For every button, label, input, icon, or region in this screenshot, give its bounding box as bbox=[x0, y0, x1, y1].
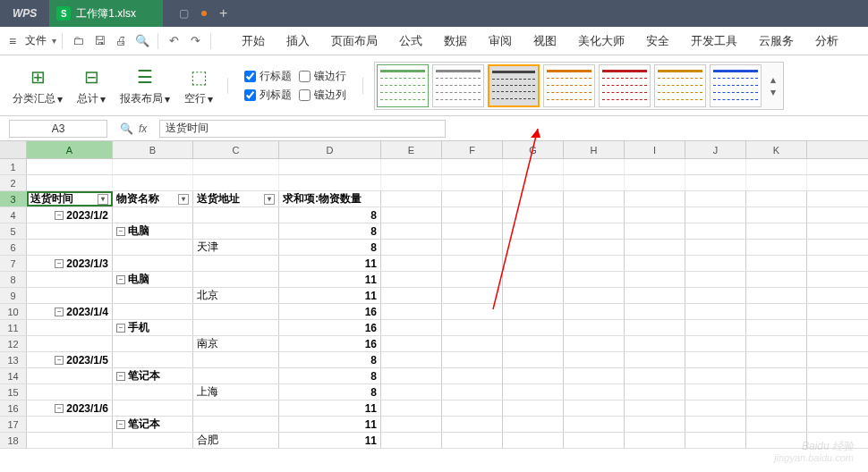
cell[interactable] bbox=[27, 159, 113, 174]
collapse-icon[interactable]: − bbox=[55, 308, 64, 316]
undo-icon[interactable]: ↶ bbox=[164, 31, 183, 51]
cell[interactable] bbox=[442, 417, 503, 432]
cell[interactable]: 8 bbox=[279, 240, 381, 255]
cell[interactable] bbox=[746, 352, 807, 367]
cell[interactable]: 11 bbox=[279, 400, 381, 416]
formula-input[interactable]: 送货时间 bbox=[159, 120, 446, 138]
cell[interactable] bbox=[27, 175, 113, 190]
row-header[interactable]: 4 bbox=[0, 207, 27, 223]
cell[interactable] bbox=[685, 191, 746, 206]
row-header[interactable]: 5 bbox=[0, 223, 27, 239]
cell[interactable] bbox=[503, 336, 564, 351]
cell[interactable] bbox=[685, 368, 746, 384]
tab-dev[interactable]: 开发工具 bbox=[680, 26, 748, 56]
collapse-icon[interactable]: − bbox=[116, 227, 125, 236]
cell[interactable] bbox=[746, 288, 807, 303]
tab-data[interactable]: 数据 bbox=[433, 26, 478, 56]
cell[interactable] bbox=[685, 207, 746, 223]
cell[interactable] bbox=[442, 304, 503, 319]
tab-review[interactable]: 审阅 bbox=[478, 26, 523, 56]
detach-icon[interactable]: ▢ bbox=[179, 7, 189, 20]
cell[interactable] bbox=[442, 159, 503, 174]
cell[interactable]: 11 bbox=[279, 288, 381, 303]
cell[interactable] bbox=[746, 223, 807, 239]
collapse-icon[interactable]: − bbox=[55, 404, 64, 413]
cell[interactable] bbox=[381, 240, 442, 255]
cell[interactable] bbox=[381, 191, 442, 206]
cell[interactable] bbox=[381, 272, 442, 287]
cell[interactable] bbox=[279, 159, 381, 174]
cell[interactable] bbox=[564, 207, 625, 223]
cell[interactable] bbox=[564, 272, 625, 287]
cell[interactable] bbox=[503, 256, 564, 271]
cell[interactable] bbox=[503, 288, 564, 303]
cell[interactable] bbox=[746, 336, 807, 351]
cell[interactable] bbox=[27, 288, 113, 303]
row-header[interactable]: 8 bbox=[0, 272, 27, 287]
row-header[interactable]: 6 bbox=[0, 240, 27, 255]
cell[interactable] bbox=[381, 433, 442, 448]
tab-start[interactable]: 开始 bbox=[231, 26, 276, 56]
cell[interactable] bbox=[27, 272, 113, 287]
collapse-icon[interactable]: − bbox=[116, 372, 125, 381]
collapse-icon[interactable]: − bbox=[116, 275, 125, 284]
check-col-band[interactable]: 镶边列 bbox=[299, 88, 346, 103]
cell[interactable]: 南京 bbox=[193, 336, 279, 351]
col-header-C[interactable]: C bbox=[193, 141, 279, 158]
check-row-header[interactable]: 行标题 bbox=[244, 69, 292, 84]
zoom-icon[interactable]: 🔍 bbox=[120, 122, 133, 135]
ribbon-group-blank[interactable]: ⬚ 空行▾ bbox=[181, 64, 217, 106]
cell[interactable] bbox=[685, 304, 746, 319]
cell[interactable] bbox=[625, 417, 685, 432]
col-header-J[interactable]: J bbox=[685, 141, 746, 158]
cell[interactable]: 8 bbox=[279, 207, 381, 223]
cell[interactable] bbox=[113, 256, 193, 271]
cell[interactable] bbox=[564, 417, 625, 432]
cell[interactable] bbox=[564, 384, 625, 400]
cell[interactable] bbox=[381, 223, 442, 239]
cell[interactable] bbox=[746, 368, 807, 384]
style-option-7[interactable] bbox=[710, 64, 762, 107]
cell[interactable] bbox=[113, 336, 193, 351]
cell[interactable]: −笔记本 bbox=[113, 368, 193, 384]
cell[interactable] bbox=[381, 175, 442, 190]
collapse-icon[interactable]: − bbox=[116, 324, 125, 333]
col-header-B[interactable]: B bbox=[113, 141, 193, 158]
col-header-H[interactable]: H bbox=[564, 141, 625, 158]
cell[interactable] bbox=[564, 352, 625, 367]
cell[interactable] bbox=[442, 352, 503, 367]
cell[interactable] bbox=[564, 320, 625, 335]
cell[interactable] bbox=[442, 400, 503, 416]
style-option-5[interactable] bbox=[599, 64, 651, 107]
hamburger-icon[interactable]: ≡ bbox=[5, 30, 20, 52]
filter-icon[interactable]: ▾ bbox=[264, 194, 275, 205]
pivot-header-b[interactable]: 物资名称▾ bbox=[113, 191, 193, 206]
cell[interactable] bbox=[625, 223, 685, 239]
cell[interactable] bbox=[442, 433, 503, 448]
cell[interactable] bbox=[564, 304, 625, 319]
tab-safe[interactable]: 安全 bbox=[635, 26, 680, 56]
cell[interactable] bbox=[564, 240, 625, 255]
cell[interactable] bbox=[746, 417, 807, 432]
cell[interactable] bbox=[685, 400, 746, 416]
gallery-more[interactable]: ▴▾ bbox=[765, 64, 781, 107]
row-header[interactable]: 11 bbox=[0, 320, 27, 335]
col-header-F[interactable]: F bbox=[442, 141, 503, 158]
cell[interactable] bbox=[193, 272, 279, 287]
filter-icon[interactable]: ▾ bbox=[98, 194, 108, 205]
pivot-style-gallery[interactable]: ▴▾ bbox=[374, 62, 784, 110]
style-option-3[interactable] bbox=[488, 64, 540, 107]
cell[interactable]: 上海 bbox=[193, 384, 279, 400]
cell[interactable] bbox=[746, 175, 807, 190]
cell[interactable] bbox=[625, 433, 685, 448]
cell[interactable] bbox=[193, 417, 279, 432]
cell[interactable] bbox=[27, 384, 113, 400]
cell[interactable] bbox=[564, 288, 625, 303]
cell[interactable] bbox=[442, 191, 503, 206]
cell[interactable] bbox=[193, 320, 279, 335]
row-header[interactable]: 10 bbox=[0, 304, 27, 319]
ribbon-group-subtotal[interactable]: ⊞ 分类汇总▾ bbox=[9, 64, 66, 106]
cell[interactable] bbox=[442, 320, 503, 335]
row-header[interactable]: 15 bbox=[0, 384, 27, 400]
cell[interactable] bbox=[381, 159, 442, 174]
